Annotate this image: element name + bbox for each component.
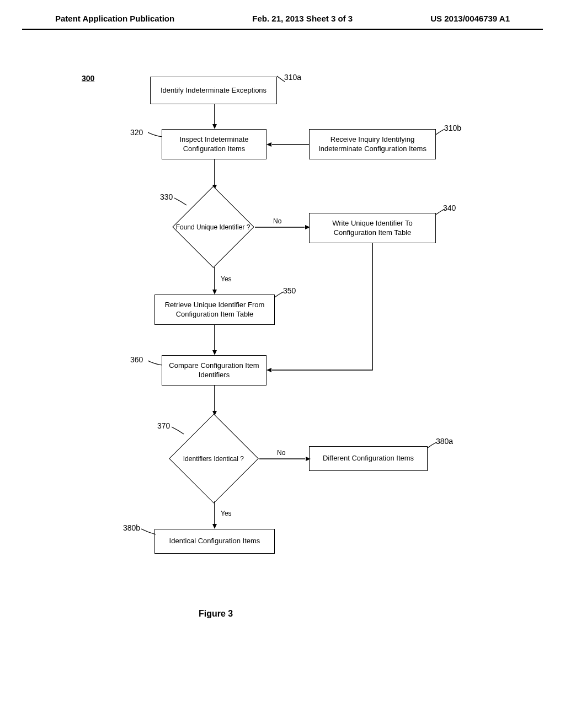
arrow-310a-320	[212, 104, 217, 129]
arrow-340-360	[266, 243, 377, 376]
box-340-text: Write Unique Identifier To Configuration…	[314, 219, 431, 238]
box-360: Compare Configuration Item Identifiers	[162, 355, 266, 386]
leader-310b	[435, 128, 446, 136]
box-310a-text: Identify Indeterminate Exceptions	[161, 86, 266, 95]
ref-310a: 310a	[284, 73, 301, 82]
diamond-330-text: Found Unique Identifier ?	[176, 223, 250, 231]
ref-310b: 310b	[444, 124, 461, 132]
diamond-370-text: Identifiers Identical ?	[183, 455, 244, 463]
svg-marker-11	[212, 350, 217, 355]
box-380a-text: Different Configuration Items	[323, 454, 414, 463]
box-380b: Identical Configuration Items	[154, 529, 275, 554]
box-320-text: Inspect Indeterminate Configuration Item…	[167, 135, 262, 154]
leader-380a	[427, 441, 438, 449]
figure-caption: Figure 3	[199, 609, 233, 619]
header-right: US 2013/0046739 A1	[430, 14, 510, 23]
ref-370: 370	[157, 421, 170, 430]
box-310a: Identify Indeterminate Exceptions	[150, 77, 277, 104]
arrow-320-330	[212, 159, 217, 190]
arrow-330-340	[255, 224, 310, 230]
label-330-no: No	[272, 217, 282, 225]
leader-320	[148, 130, 163, 138]
header-left: Patent Application Publication	[55, 14, 174, 23]
ref-300: 300	[82, 74, 94, 83]
header-center: Feb. 21, 2013 Sheet 3 of 3	[252, 14, 353, 23]
svg-marker-12	[266, 368, 271, 372]
box-340: Write Unique Identifier To Configuration…	[309, 213, 436, 243]
ref-330: 330	[160, 192, 173, 201]
box-350: Retrieve Unique Identifier From Configur…	[154, 295, 275, 325]
box-320: Inspect Indeterminate Configuration Item…	[162, 129, 266, 159]
leader-310a	[276, 75, 286, 83]
box-380a: Different Configuration Items	[309, 446, 428, 471]
leader-360	[148, 358, 163, 367]
arrow-370-380a	[259, 456, 311, 462]
leader-380b	[141, 528, 157, 536]
ref-380a: 380a	[436, 437, 453, 446]
label-370-no: No	[276, 449, 286, 457]
box-310b: Receive Inquiry Identifying Indeterminat…	[309, 129, 436, 159]
box-350-text: Retrieve Unique Identifier From Configur…	[159, 301, 270, 319]
svg-marker-1	[212, 124, 217, 129]
label-370-yes: Yes	[220, 510, 233, 517]
ref-380b: 380b	[123, 523, 140, 532]
arrow-370-380b	[212, 501, 217, 529]
svg-marker-16	[306, 457, 311, 461]
label-330-yes: Yes	[220, 275, 233, 283]
arrow-330-350	[212, 267, 217, 295]
arrow-360-370	[212, 386, 217, 416]
svg-marker-3	[266, 142, 271, 147]
box-310b-text: Receive Inquiry Identifying Indeterminat…	[314, 135, 431, 154]
box-380b-text: Identical Configuration Items	[169, 537, 260, 546]
box-360-text: Compare Configuration Item Identifiers	[167, 361, 262, 380]
ref-320: 320	[130, 128, 143, 137]
arrow-310b-320	[266, 142, 311, 147]
leader-340	[435, 208, 446, 216]
leader-330	[174, 197, 188, 207]
leader-370	[172, 426, 185, 436]
svg-marker-18	[212, 524, 217, 529]
patent-header: Patent Application Publication Feb. 21, …	[22, 0, 543, 30]
flowchart-diagram: 300 Identify Indeterminate Exceptions 31…	[0, 63, 565, 670]
svg-marker-9	[212, 290, 217, 295]
ref-360: 360	[130, 355, 143, 364]
arrow-350-360	[212, 325, 217, 355]
svg-marker-7	[305, 225, 310, 229]
